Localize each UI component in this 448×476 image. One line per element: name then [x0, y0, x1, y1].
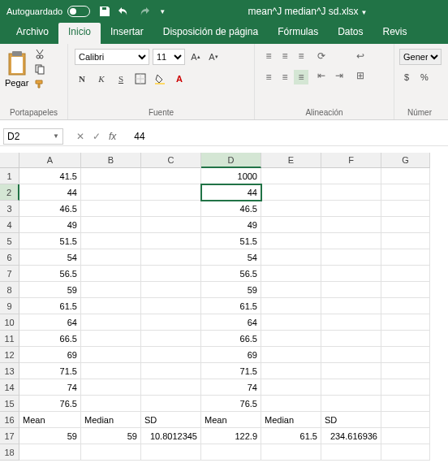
- fx-icon[interactable]: fx: [109, 131, 116, 142]
- cell[interactable]: [381, 249, 430, 266]
- decrease-indent-button[interactable]: ⇤: [313, 68, 330, 83]
- cell[interactable]: 46.5: [19, 201, 81, 217]
- row-header[interactable]: 1: [0, 168, 19, 184]
- redo-icon[interactable]: [137, 5, 150, 18]
- row-header[interactable]: 3: [0, 201, 19, 217]
- cell[interactable]: [141, 298, 201, 314]
- cell[interactable]: [141, 249, 201, 266]
- cell[interactable]: 66.5: [201, 331, 261, 347]
- cell[interactable]: [141, 314, 201, 331]
- cell[interactable]: [321, 363, 381, 379]
- merge-button[interactable]: ⊞: [352, 68, 368, 83]
- cell[interactable]: [141, 396, 201, 412]
- cell[interactable]: [81, 347, 141, 363]
- cell[interactable]: [19, 444, 81, 461]
- row-header[interactable]: 6: [0, 249, 19, 266]
- cell[interactable]: [381, 298, 430, 314]
- cell[interactable]: 69: [19, 347, 81, 363]
- cell[interactable]: [381, 201, 430, 217]
- cell[interactable]: 46.5: [201, 201, 261, 217]
- align-bottom-button[interactable]: ≡: [294, 49, 308, 63]
- cell[interactable]: [321, 314, 381, 331]
- cell[interactable]: 64: [19, 314, 81, 331]
- cell[interactable]: [261, 168, 321, 184]
- row-header[interactable]: 12: [0, 347, 19, 363]
- cell[interactable]: 69: [201, 347, 261, 363]
- cell[interactable]: [321, 347, 381, 363]
- cell[interactable]: [141, 266, 201, 282]
- cell[interactable]: [81, 168, 141, 184]
- cell[interactable]: [381, 379, 430, 396]
- cell[interactable]: [261, 379, 321, 396]
- column-header-D[interactable]: D: [201, 153, 261, 168]
- cell[interactable]: [321, 282, 381, 298]
- font-name-select[interactable]: Calibri: [75, 49, 149, 65]
- cell[interactable]: 61.5: [201, 298, 261, 314]
- cell[interactable]: [261, 298, 321, 314]
- cell[interactable]: 234.616936: [321, 428, 381, 444]
- cell[interactable]: [381, 266, 430, 282]
- cell[interactable]: [381, 444, 430, 461]
- cell[interactable]: [261, 314, 321, 331]
- increase-indent-button[interactable]: ⇥: [331, 68, 347, 83]
- cell[interactable]: 41.5: [19, 168, 81, 184]
- wrap-text-button[interactable]: ↩: [352, 49, 368, 63]
- row-header[interactable]: 4: [0, 217, 19, 233]
- format-painter-icon[interactable]: [34, 78, 45, 89]
- cell[interactable]: [381, 331, 430, 347]
- cell[interactable]: [321, 184, 381, 201]
- cell[interactable]: [321, 249, 381, 266]
- increase-font-icon[interactable]: A▴: [188, 50, 203, 64]
- cell[interactable]: 54: [201, 249, 261, 266]
- align-left-button[interactable]: ≡: [261, 70, 276, 84]
- tab-disposicion[interactable]: Disposición de página: [153, 23, 268, 44]
- row-header[interactable]: 16: [0, 412, 19, 428]
- cell[interactable]: 56.5: [201, 266, 261, 282]
- cell[interactable]: 71.5: [19, 363, 81, 379]
- cell[interactable]: [381, 184, 430, 201]
- cell[interactable]: [321, 217, 381, 233]
- cell[interactable]: 76.5: [201, 396, 261, 412]
- cell[interactable]: [321, 298, 381, 314]
- cell[interactable]: 49: [19, 217, 81, 233]
- cell[interactable]: [81, 331, 141, 347]
- confirm-formula-icon[interactable]: ✓: [93, 131, 101, 142]
- cell[interactable]: 44: [19, 184, 81, 201]
- tab-formulas[interactable]: Fórmulas: [268, 23, 328, 44]
- cell[interactable]: [321, 266, 381, 282]
- undo-icon[interactable]: [118, 5, 131, 18]
- tab-insertar[interactable]: Insertar: [101, 23, 153, 44]
- cell[interactable]: [381, 314, 430, 331]
- row-header[interactable]: 9: [0, 298, 19, 314]
- cell[interactable]: 49: [201, 217, 261, 233]
- name-box[interactable]: D2 ▼: [3, 128, 63, 145]
- cell[interactable]: 61.5: [261, 428, 321, 444]
- font-size-select[interactable]: 11: [153, 49, 185, 65]
- cancel-formula-icon[interactable]: ✕: [76, 131, 84, 142]
- cell[interactable]: [381, 347, 430, 363]
- cell[interactable]: [381, 363, 430, 379]
- cell[interactable]: [141, 363, 201, 379]
- cell[interactable]: [81, 379, 141, 396]
- formula-input[interactable]: [129, 131, 448, 142]
- cell[interactable]: [321, 233, 381, 249]
- row-header[interactable]: 14: [0, 379, 19, 396]
- row-header[interactable]: 13: [0, 363, 19, 379]
- column-header-C[interactable]: C: [141, 153, 201, 168]
- cell[interactable]: [261, 444, 321, 461]
- tab-revisar[interactable]: Revis: [373, 23, 417, 44]
- currency-button[interactable]: $: [399, 70, 414, 84]
- cell[interactable]: 71.5: [201, 363, 261, 379]
- cell[interactable]: 44: [201, 184, 261, 201]
- cell[interactable]: [201, 444, 261, 461]
- cell[interactable]: [261, 217, 321, 233]
- cell[interactable]: [81, 314, 141, 331]
- cell[interactable]: [321, 168, 381, 184]
- cell[interactable]: 122.9: [201, 428, 261, 444]
- cell[interactable]: SD: [321, 412, 381, 428]
- cell[interactable]: Median: [261, 412, 321, 428]
- tab-archivo[interactable]: Archivo: [6, 23, 58, 44]
- cell[interactable]: [321, 379, 381, 396]
- cell[interactable]: [81, 266, 141, 282]
- cell[interactable]: [141, 217, 201, 233]
